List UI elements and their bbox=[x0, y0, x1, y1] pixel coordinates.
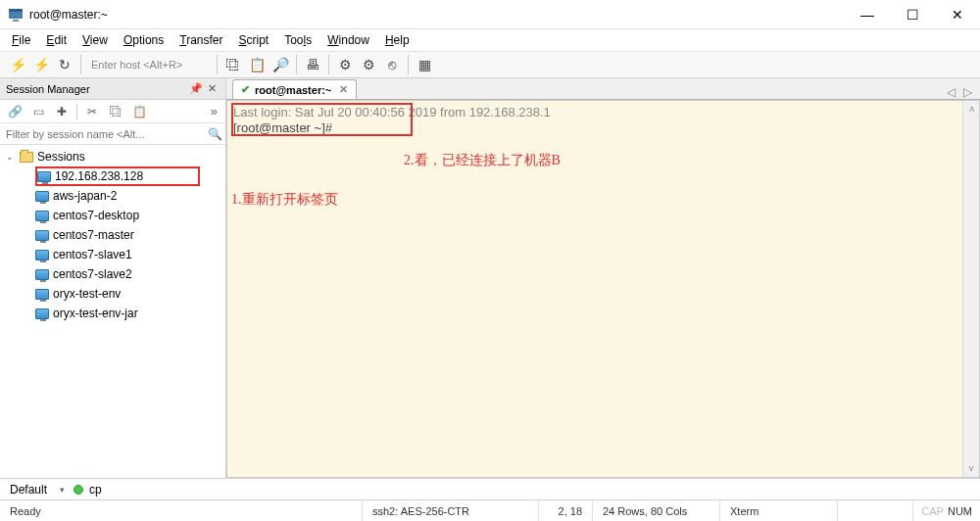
svg-rect-1 bbox=[9, 9, 23, 12]
menu-tools[interactable]: Tools bbox=[284, 33, 312, 47]
paste-session-icon[interactable]: 📋 bbox=[128, 102, 150, 121]
terminal[interactable]: Last login: Sat Jul 20 00:40:56 2019 fro… bbox=[226, 100, 980, 478]
status-ready: Ready bbox=[0, 500, 363, 521]
check-icon: ✔ bbox=[241, 83, 250, 96]
session-item-selected[interactable]: 192.168.238.128 bbox=[35, 166, 200, 186]
app-icon bbox=[8, 7, 24, 23]
quick-connect-icon[interactable]: ⚡ bbox=[29, 53, 53, 76]
status-text: cp bbox=[89, 483, 102, 497]
session-item[interactable]: centos7-slave1 bbox=[0, 245, 225, 264]
paste-icon[interactable]: 📋 bbox=[245, 53, 269, 76]
tab-bar: ✔ root@master:~ ✕ ◁ ▷ bbox=[226, 78, 980, 100]
trace-icon[interactable]: ⎋ bbox=[380, 53, 404, 76]
link-icon[interactable]: 🔗 bbox=[4, 102, 25, 121]
reconnect-icon[interactable]: ↻ bbox=[53, 53, 76, 76]
connect-icon[interactable]: ⚡ bbox=[6, 53, 29, 76]
session-item[interactable]: centos7-desktop bbox=[0, 206, 225, 225]
scroll-down-icon[interactable]: v bbox=[963, 460, 979, 477]
session-item[interactable]: centos7-slave2 bbox=[0, 264, 225, 284]
session-item[interactable]: oryx-test-env bbox=[0, 284, 225, 304]
sessions-root[interactable]: ⌄ Sessions bbox=[0, 147, 225, 166]
copy-icon[interactable]: ⿻ bbox=[221, 53, 245, 76]
folder-icon bbox=[20, 152, 33, 163]
tab-next-icon[interactable]: ▷ bbox=[963, 85, 972, 99]
toolbar: ⚡ ⚡ ↻ Enter host <Alt+R> ⿻ 📋 🔎 🖶 ⚙ ⚙ ⎋ ▦ bbox=[0, 51, 980, 78]
session-manager-panel: Session Manager 📌 ✕ 🔗 ▭ ✚ ✂ ⿻ 📋 » 🔍 ⌄ Se… bbox=[0, 78, 226, 478]
menu-help[interactable]: Help bbox=[385, 33, 410, 47]
menu-file[interactable]: File bbox=[12, 33, 30, 47]
status-dot bbox=[74, 485, 83, 495]
annotation-1: 1.重新打开标签页 bbox=[231, 191, 338, 209]
annotation-2: 2.看，已经连接上了机器B bbox=[404, 152, 561, 169]
monitor-icon bbox=[35, 230, 49, 241]
svg-rect-2 bbox=[13, 20, 19, 22]
expand-icon[interactable]: » bbox=[207, 104, 221, 118]
copy-session-icon[interactable]: ⿻ bbox=[105, 102, 126, 121]
find-icon[interactable]: 🔎 bbox=[269, 53, 292, 76]
tab-close-icon[interactable]: ✕ bbox=[339, 83, 348, 96]
session-opts-icon[interactable]: ⚙ bbox=[357, 53, 380, 76]
monitor-icon bbox=[35, 191, 49, 202]
session-tree: ⌄ Sessions 192.168.238.128 aws-japan-2 c… bbox=[0, 145, 225, 478]
sftp-icon[interactable]: ▦ bbox=[413, 53, 436, 76]
close-panel-icon[interactable]: ✕ bbox=[204, 82, 220, 95]
monitor-icon bbox=[35, 308, 49, 319]
minimize-button[interactable]: — bbox=[845, 0, 890, 29]
menu-view[interactable]: View bbox=[82, 33, 108, 47]
session-manager-title: Session Manager bbox=[6, 83, 90, 95]
status-bar: Ready ssh2: AES-256-CTR 2, 18 24 Rows, 8… bbox=[0, 499, 980, 521]
status-dimensions: 24 Rows, 80 Cols bbox=[593, 500, 720, 521]
monitor-icon bbox=[35, 269, 49, 280]
pin-icon[interactable]: 📌 bbox=[188, 82, 204, 95]
close-button[interactable]: ✕ bbox=[935, 0, 980, 29]
menu-window[interactable]: Window bbox=[327, 33, 369, 47]
menu-edit[interactable]: Edit bbox=[46, 33, 67, 47]
status-protocol: ssh2: AES-256-CTR bbox=[363, 500, 539, 521]
monitor-icon bbox=[35, 250, 49, 260]
menu-script[interactable]: Script bbox=[239, 33, 270, 47]
profile-label[interactable]: Default bbox=[6, 483, 51, 497]
menu-transfer[interactable]: Transfer bbox=[179, 33, 222, 47]
status-terminal-type: Xterm bbox=[720, 500, 838, 521]
monitor-icon bbox=[37, 171, 51, 182]
session-item[interactable]: centos7-master bbox=[0, 225, 225, 245]
settings-icon[interactable]: ⚙ bbox=[333, 53, 357, 76]
print-icon[interactable]: 🖶 bbox=[301, 53, 324, 76]
add-icon[interactable]: ✚ bbox=[51, 102, 73, 121]
terminal-scrollbar[interactable]: ʌ v bbox=[962, 101, 979, 477]
monitor-icon bbox=[35, 289, 49, 300]
tab-prev-icon[interactable]: ◁ bbox=[947, 85, 956, 99]
status-cursor-pos: 2, 18 bbox=[539, 500, 593, 521]
filter-input[interactable] bbox=[0, 128, 204, 140]
search-icon[interactable]: 🔍 bbox=[204, 127, 225, 141]
host-input[interactable]: Enter host <Alt+R> bbox=[85, 59, 213, 71]
scroll-up-icon[interactable]: ʌ bbox=[963, 101, 979, 118]
highlight-box bbox=[231, 103, 413, 136]
tab-active[interactable]: ✔ root@master:~ ✕ bbox=[232, 79, 357, 99]
menubar: File Edit View Options Transfer Script T… bbox=[0, 29, 980, 51]
status-capnum: CAPNUM bbox=[913, 505, 980, 517]
chevron-down-icon[interactable]: ⌄ bbox=[6, 152, 20, 162]
session-item[interactable]: oryx-test-env-jar bbox=[0, 304, 225, 323]
maximize-button[interactable]: ☐ bbox=[890, 0, 935, 29]
bottom-bar: Default ▾ cp bbox=[0, 478, 980, 499]
dropdown-icon[interactable]: ▾ bbox=[57, 485, 68, 495]
session-item[interactable]: aws-japan-2 bbox=[0, 186, 225, 206]
cut-icon[interactable]: ✂ bbox=[81, 102, 103, 121]
new-session-icon[interactable]: ▭ bbox=[27, 102, 49, 121]
menu-options[interactable]: Options bbox=[123, 33, 164, 47]
window-title: root@master:~ bbox=[29, 8, 845, 22]
titlebar: root@master:~ — ☐ ✕ bbox=[0, 0, 980, 29]
monitor-icon bbox=[35, 211, 49, 221]
